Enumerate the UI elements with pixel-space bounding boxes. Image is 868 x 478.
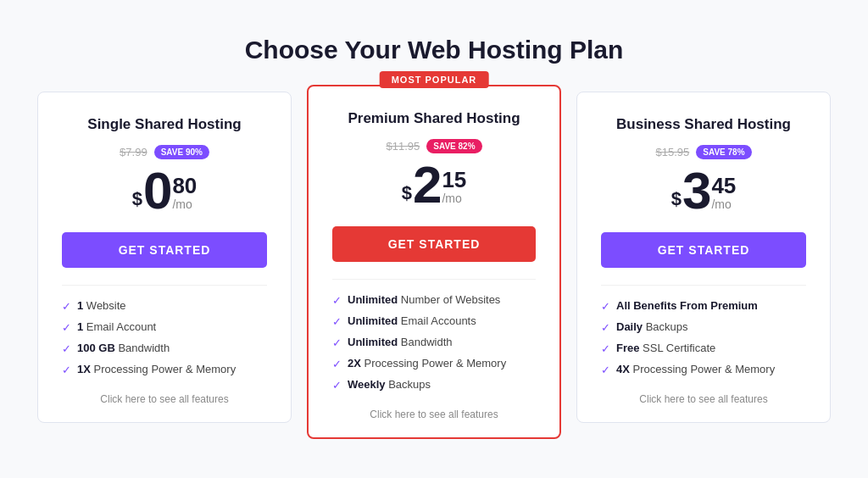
feature-item: ✓ Free SSL Certificate bbox=[601, 342, 806, 355]
check-icon: ✓ bbox=[332, 379, 342, 392]
get-started-button-premium[interactable]: GET STARTED bbox=[332, 226, 536, 262]
feature-item: ✓ 1 Email Account bbox=[62, 320, 267, 334]
divider-business bbox=[601, 285, 806, 286]
price-row-business: $15.95 SAVE 78% bbox=[601, 145, 806, 159]
price-main-single: 0 bbox=[143, 164, 172, 217]
check-icon: ✓ bbox=[601, 364, 610, 376]
feature-bold: All Benefits From Premium bbox=[616, 299, 758, 312]
feature-bold: Weekly bbox=[348, 378, 386, 391]
feature-bold: 1 bbox=[77, 320, 83, 333]
price-mo-premium: /mo bbox=[442, 192, 461, 206]
price-cents-mo-business: 45 /mo bbox=[711, 174, 736, 212]
see-all-link-single[interactable]: Click here to see all features bbox=[62, 393, 267, 405]
price-cents-mo-single: 80 /mo bbox=[172, 174, 197, 212]
feature-text: 1 Email Account bbox=[77, 320, 156, 333]
feature-text: Unlimited Bandwidth bbox=[348, 336, 453, 348]
check-icon: ✓ bbox=[601, 300, 610, 313]
check-icon: ✓ bbox=[601, 342, 610, 355]
feature-text: 1X Processing Power & Memory bbox=[77, 363, 236, 375]
feature-bold: 1 bbox=[77, 299, 83, 312]
check-icon: ✓ bbox=[62, 321, 71, 334]
plan-card-business: Business Shared Hosting $15.95 SAVE 78% … bbox=[576, 92, 831, 423]
features-list-business: ✓ All Benefits From Premium ✓ Daily Back… bbox=[601, 299, 806, 376]
original-price-premium: $11.95 bbox=[386, 140, 420, 153]
price-display-premium: $ 2 15 /mo bbox=[332, 158, 536, 211]
card-title-premium: Premium Shared Hosting bbox=[332, 110, 536, 127]
feature-item: ✓ Weekly Backups bbox=[332, 378, 536, 392]
most-popular-badge: MOST POPULAR bbox=[380, 71, 489, 88]
card-title-business: Business Shared Hosting bbox=[601, 116, 806, 133]
check-icon: ✓ bbox=[62, 342, 71, 355]
feature-item: ✓ 1 Website bbox=[62, 299, 267, 313]
feature-text: Free SSL Certificate bbox=[616, 342, 715, 354]
divider-single bbox=[62, 285, 267, 286]
price-row-premium: $11.95 SAVE 82% bbox=[332, 139, 536, 153]
save-badge-single: SAVE 90% bbox=[154, 145, 209, 159]
feature-bold: 100 GB bbox=[77, 342, 115, 354]
page-wrapper: Choose Your Web Hosting Plan Single Shar… bbox=[0, 5, 868, 473]
price-row-single: $7.99 SAVE 90% bbox=[62, 145, 267, 159]
plan-card-single: Single Shared Hosting $7.99 SAVE 90% $ 0… bbox=[37, 92, 292, 423]
check-icon: ✓ bbox=[332, 336, 342, 349]
price-cents-business: 45 bbox=[711, 174, 736, 198]
feature-text: 2X Processing Power & Memory bbox=[348, 357, 506, 370]
feature-item: ✓ Unlimited Bandwidth bbox=[332, 336, 536, 349]
see-all-link-premium[interactable]: Click here to see all features bbox=[332, 409, 536, 420]
features-list-premium: ✓ Unlimited Number of Websites ✓ Unlimit… bbox=[332, 293, 536, 392]
cards-container: Single Shared Hosting $7.99 SAVE 90% $ 0… bbox=[34, 92, 834, 439]
original-price-single: $7.99 bbox=[120, 146, 147, 158]
price-main-business: 3 bbox=[682, 164, 711, 217]
see-all-link-business[interactable]: Click here to see all features bbox=[601, 393, 806, 405]
save-badge-premium: SAVE 82% bbox=[426, 139, 481, 153]
feature-item: ✓ Daily Backups bbox=[601, 320, 806, 334]
feature-item: ✓ 4X Processing Power & Memory bbox=[601, 363, 806, 376]
feature-text: Daily Backups bbox=[616, 320, 688, 333]
check-icon: ✓ bbox=[332, 294, 342, 307]
price-main-premium: 2 bbox=[413, 158, 442, 211]
price-cents-single: 80 bbox=[172, 174, 197, 198]
feature-bold: Free bbox=[616, 342, 639, 354]
page-title: Choose Your Web Hosting Plan bbox=[34, 36, 834, 64]
feature-bold: Unlimited bbox=[348, 293, 398, 306]
feature-text: 1 Website bbox=[77, 299, 126, 312]
check-icon: ✓ bbox=[332, 358, 342, 370]
feature-item: ✓ Unlimited Number of Websites bbox=[332, 293, 536, 307]
feature-item: ✓ 1X Processing Power & Memory bbox=[62, 363, 267, 376]
price-dollar-business: $ bbox=[671, 188, 682, 210]
price-dollar-single: $ bbox=[132, 188, 142, 210]
feature-bold: Unlimited bbox=[348, 336, 398, 348]
feature-text: Weekly Backups bbox=[348, 378, 431, 391]
card-title-single: Single Shared Hosting bbox=[62, 116, 267, 133]
check-icon: ✓ bbox=[332, 315, 342, 328]
feature-text: Unlimited Email Accounts bbox=[348, 314, 476, 327]
price-mo-single: /mo bbox=[172, 197, 192, 212]
price-mo-business: /mo bbox=[711, 197, 731, 212]
feature-item: ✓ Unlimited Email Accounts bbox=[332, 314, 536, 328]
price-dollar-premium: $ bbox=[402, 182, 412, 204]
check-icon: ✓ bbox=[601, 321, 610, 334]
check-icon: ✓ bbox=[62, 364, 71, 376]
price-display-business: $ 3 45 /mo bbox=[601, 164, 806, 217]
feature-item: ✓ 2X Processing Power & Memory bbox=[332, 357, 536, 370]
feature-bold: Daily bbox=[616, 320, 643, 333]
feature-bold: 4X bbox=[616, 363, 630, 375]
feature-text: All Benefits From Premium bbox=[616, 299, 758, 312]
feature-text: 100 GB Bandwidth bbox=[77, 342, 170, 354]
feature-bold: Unlimited bbox=[348, 314, 398, 327]
get-started-button-business[interactable]: GET STARTED bbox=[601, 232, 806, 268]
save-badge-business: SAVE 78% bbox=[696, 145, 751, 159]
plan-card-premium: MOST POPULARPremium Shared Hosting $11.9… bbox=[307, 85, 561, 439]
original-price-business: $15.95 bbox=[655, 146, 689, 158]
feature-item: ✓ 100 GB Bandwidth bbox=[62, 342, 267, 355]
price-cents-premium: 15 bbox=[442, 168, 466, 192]
price-cents-mo-premium: 15 /mo bbox=[442, 168, 466, 206]
divider-premium bbox=[332, 279, 536, 280]
check-icon: ✓ bbox=[62, 300, 71, 313]
get-started-button-single[interactable]: GET STARTED bbox=[62, 232, 267, 268]
feature-bold: 2X bbox=[348, 357, 361, 370]
features-list-single: ✓ 1 Website ✓ 1 Email Account ✓ 100 GB B… bbox=[62, 299, 267, 376]
feature-text: Unlimited Number of Websites bbox=[348, 293, 500, 306]
feature-bold: 1X bbox=[77, 363, 91, 375]
feature-text: 4X Processing Power & Memory bbox=[616, 363, 775, 375]
feature-item: ✓ All Benefits From Premium bbox=[601, 299, 806, 313]
